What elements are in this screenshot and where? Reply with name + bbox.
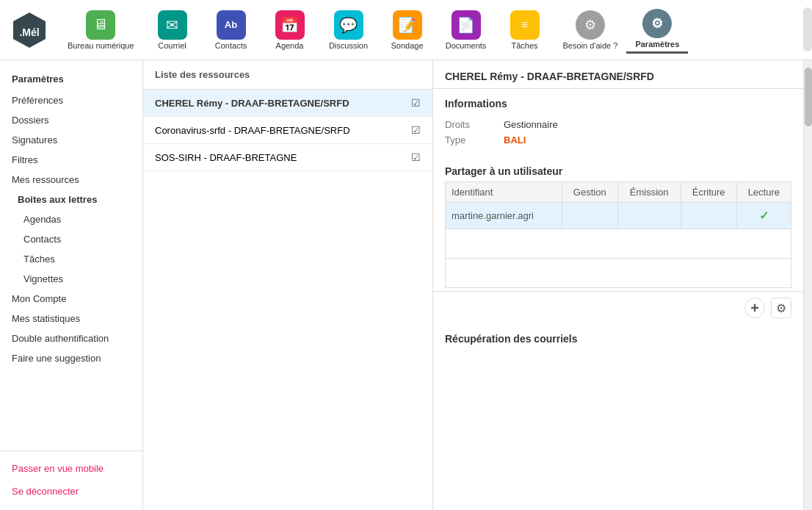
sidebar-item-taches[interactable]: Tâches: [0, 249, 142, 269]
sidebar-item-dossiers[interactable]: Dossiers: [0, 110, 142, 130]
info-label-type: Type: [445, 134, 504, 146]
nav-bureau[interactable]: 🖥 Bureau numérique: [59, 7, 143, 53]
nav-contacts[interactable]: Ab Contacts: [202, 7, 261, 53]
nav-items: 🖥 Bureau numérique ✉ Courriel Ab Contact…: [59, 6, 805, 54]
sidebar-item-signatures[interactable]: Signatures: [0, 130, 142, 150]
nav-aide[interactable]: ⚙ Besoin d'aide ?: [554, 7, 627, 53]
info-value-type: BALI: [504, 134, 526, 146]
nav-agenda-label: Agenda: [276, 41, 304, 50]
resource-panel-header: Liste des ressources: [143, 60, 432, 90]
sidebar-bottom: Passer en vue mobile Se déconnecter: [0, 450, 142, 503]
share-gestion-martine: [562, 203, 617, 229]
info-row-type: Type BALI: [445, 132, 791, 148]
sidebar-item-mes-ressources[interactable]: Mes ressources: [0, 170, 142, 190]
agenda-icon: 📅: [275, 10, 305, 40]
right-scrollbar-track: [803, 60, 812, 510]
col-emission: Émission: [617, 182, 681, 203]
sondage-icon: 📝: [393, 10, 422, 40]
info-table: Droits Gestionnaire Type BALI: [433, 114, 803, 157]
sidebar-item-agendas[interactable]: Agendas: [0, 209, 142, 229]
right-scrollbar-thumb[interactable]: [805, 68, 812, 126]
sidebar-item-contacts[interactable]: Contacts: [0, 229, 142, 249]
scrollbar-top[interactable]: [803, 7, 812, 51]
nav-agenda[interactable]: 📅 Agenda: [261, 7, 319, 53]
detail-header: CHEREL Rémy - DRAAF-BRETAGNE/SRFD: [433, 60, 803, 89]
resource-row-coronavirus[interactable]: Coronavirus-srfd - DRAAF-BRETAGNE/SRFD ☑: [143, 117, 432, 144]
share-settings-button[interactable]: ⚙: [771, 298, 791, 318]
sidebar-item-preferences[interactable]: Préférences: [0, 90, 142, 110]
sidebar-item-boites[interactable]: Boites aux lettres: [0, 190, 142, 209]
contacts-icon: Ab: [217, 10, 246, 40]
nav-documents-label: Documents: [446, 41, 487, 50]
info-value-droits: Gestionnaire: [504, 119, 558, 130]
info-section-title: Informations: [433, 89, 803, 114]
info-label-droits: Droits: [445, 119, 504, 130]
share-emission-martine: [617, 203, 681, 229]
sidebar-section-title: Paramètres: [0, 68, 142, 90]
aide-icon: ⚙: [576, 10, 605, 40]
col-ecriture: Écriture: [681, 182, 736, 203]
lecture-check-icon: ✓: [759, 209, 769, 222]
documents-icon: 📄: [452, 10, 481, 40]
sidebar-item-vignettes[interactable]: Vignettes: [0, 269, 142, 289]
sidebar-deconnecter-btn[interactable]: Se déconnecter: [0, 480, 142, 503]
nav-taches[interactable]: ≡ Tâches: [496, 7, 554, 53]
nav-courriel-label: Courriel: [158, 41, 186, 50]
app-logo[interactable]: .Mél: [10, 11, 48, 49]
share-table: Identifiant Gestion Émission Écriture Le…: [445, 182, 791, 288]
sidebar-item-filtres[interactable]: Filtres: [0, 150, 142, 170]
parametres-icon: ⚙: [642, 9, 672, 38]
nav-documents[interactable]: 📄 Documents: [437, 7, 496, 53]
sidebar-item-double-auth[interactable]: Double authentification: [0, 328, 142, 348]
check-icon-sos: ☑: [411, 151, 421, 163]
share-empty-row-2: [446, 259, 791, 288]
col-lecture: Lecture: [736, 182, 791, 203]
nav-sondage[interactable]: 📝 Sondage: [378, 7, 437, 53]
share-empty-row-1: [446, 229, 791, 259]
bureau-icon: 🖥: [86, 10, 115, 40]
nav-discussion[interactable]: 💬 Discussion: [319, 7, 378, 53]
resource-row-sos[interactable]: SOS-SIRH - DRAAF-BRETAGNE ☑: [143, 144, 432, 171]
main-layout: Paramètres Préférences Dossiers Signatur…: [0, 60, 812, 510]
share-section: Identifiant Gestion Émission Écriture Le…: [433, 182, 803, 288]
nav-discussion-label: Discussion: [329, 41, 368, 50]
nav-aide-label: Besoin d'aide ?: [563, 41, 618, 50]
sidebar: Paramètres Préférences Dossiers Signatur…: [0, 60, 143, 510]
svg-text:.Mél: .Mél: [19, 26, 39, 38]
check-icon-cherel: ☑: [411, 97, 421, 109]
share-section-title: Partager à un utilisateur: [433, 157, 803, 182]
logo-area: .Mél: [7, 11, 51, 49]
nav-bureau-label: Bureau numérique: [68, 41, 134, 50]
share-ecriture-martine: [681, 203, 736, 229]
resource-name-cherel: CHEREL Rémy - DRAAF-BRETAGNE/SRFD: [155, 98, 411, 109]
col-identifiant: Identifiant: [446, 182, 562, 203]
sidebar-item-mon-compte[interactable]: Mon Compte: [0, 289, 142, 309]
recovery-title: Récupération des courriels: [433, 324, 803, 348]
add-share-button[interactable]: +: [744, 298, 765, 318]
detail-panel: CHEREL Rémy - DRAAF-BRETAGNE/SRFD Inform…: [433, 60, 803, 510]
check-icon-coronavirus: ☑: [411, 124, 421, 136]
nav-sondage-label: Sondage: [391, 41, 423, 50]
nav-parametres-label: Paramètres: [635, 40, 679, 49]
courriel-icon: ✉: [158, 10, 187, 40]
share-id-martine: martine.garnier.agri: [446, 203, 562, 229]
sidebar-item-suggestion[interactable]: Faire une suggestion: [0, 348, 142, 368]
nav-courriel[interactable]: ✉ Courriel: [143, 7, 202, 53]
nav-parametres[interactable]: ⚙ Paramètres: [626, 6, 688, 54]
info-row-droits: Droits Gestionnaire: [445, 117, 791, 132]
share-toolbar: + ⚙: [433, 291, 803, 324]
share-lecture-martine: ✓: [736, 203, 791, 229]
share-row-martine[interactable]: martine.garnier.agri ✓: [446, 203, 791, 229]
top-nav: .Mél 🖥 Bureau numérique ✉ Courriel Ab Co…: [0, 0, 812, 60]
col-gestion: Gestion: [562, 182, 617, 203]
nav-taches-label: Tâches: [511, 41, 537, 50]
discussion-icon: 💬: [334, 10, 363, 40]
nav-contacts-label: Contacts: [215, 41, 247, 50]
sidebar-item-mes-statistiques[interactable]: Mes statistiques: [0, 309, 142, 328]
taches-icon: ≡: [510, 10, 540, 40]
resource-panel: Liste des ressources CHEREL Rémy - DRAAF…: [143, 60, 433, 510]
resource-name-coronavirus: Coronavirus-srfd - DRAAF-BRETAGNE/SRFD: [155, 125, 411, 136]
resource-row-cherel[interactable]: CHEREL Rémy - DRAAF-BRETAGNE/SRFD ☑: [143, 90, 432, 117]
resource-name-sos: SOS-SIRH - DRAAF-BRETAGNE: [155, 152, 411, 163]
sidebar-mobile-btn[interactable]: Passer en vue mobile: [0, 457, 142, 480]
